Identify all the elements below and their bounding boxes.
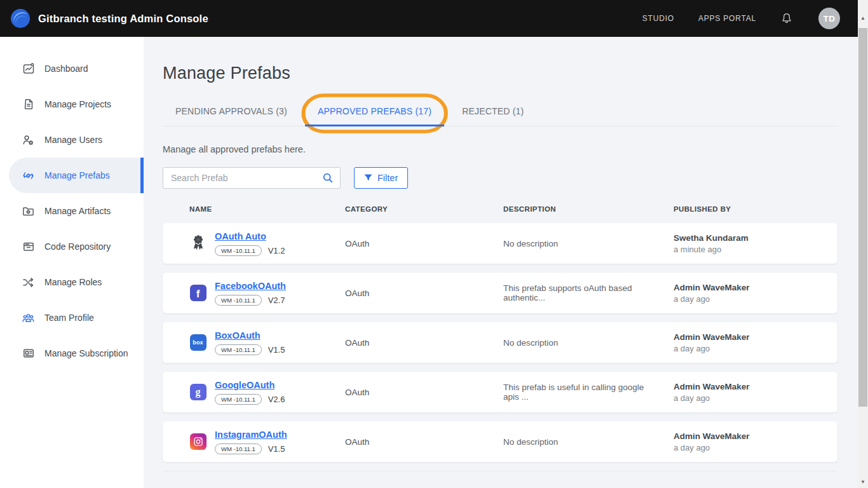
published-time: a minute ago: [674, 245, 837, 254]
prefab-name-link[interactable]: InstagramOAuth: [215, 430, 287, 440]
publisher-name: Admin WaveMaker: [674, 382, 837, 391]
sidebar-item-label: Manage Artifacts: [44, 206, 111, 216]
publisher-name: Swetha Kundaram: [674, 233, 837, 243]
tab-approved-prefabs[interactable]: APPROVED PREFABS (17): [305, 98, 444, 126]
sidebar-item-team-profile[interactable]: Team Profile: [0, 300, 144, 336]
search-icon[interactable]: [322, 172, 334, 184]
category-cell: OAuth: [345, 437, 503, 447]
search-prefab-box: [163, 167, 341, 189]
version-label: V1.5: [268, 345, 285, 355]
description-cell: No description: [503, 338, 674, 348]
sidebar-item-manage-users[interactable]: Manage Users: [0, 122, 144, 158]
award-medal-icon: [189, 233, 207, 254]
column-header-name: NAME: [189, 205, 345, 213]
tab-label: PENDING APPROVALS (3): [175, 106, 287, 116]
subscription-icon: [22, 347, 35, 360]
category-cell: OAuth: [345, 288, 503, 298]
prefab-name-link[interactable]: GoogleOAuth: [215, 380, 275, 390]
users-icon: [22, 133, 35, 147]
column-header-description: DESCRIPTION: [503, 205, 674, 213]
scrollbar-thumb[interactable]: [858, 28, 867, 407]
sidebar-item-label: Team Profile: [44, 313, 94, 323]
box-icon: box: [189, 332, 207, 353]
search-prefab-input[interactable]: [171, 173, 322, 183]
description-cell: This prefab is useful in calling google …: [503, 383, 674, 402]
description-cell: No description: [503, 239, 674, 248]
sidebar-item-dashboard[interactable]: Dashboard: [0, 51, 144, 86]
team-profile-icon: [22, 311, 35, 325]
published-time: a day ago: [674, 443, 837, 452]
apps-portal-link[interactable]: APPS PORTAL: [698, 14, 756, 23]
column-header-category: CATEGORY: [345, 205, 503, 213]
notifications-bell-icon[interactable]: [780, 11, 794, 26]
vertical-scrollbar[interactable]: ▲ ▼: [858, 0, 868, 488]
projects-icon: [22, 98, 35, 111]
sidebar-item-manage-subscription[interactable]: Manage Subscription: [0, 336, 144, 371]
app-title: Gitbranch testing Admin Console: [38, 13, 208, 25]
sidebar-item-label: Manage Subscription: [44, 348, 128, 358]
sidebar-item-manage-projects[interactable]: Manage Projects: [0, 86, 144, 122]
sidebar-item-manage-roles[interactable]: Manage Roles: [0, 264, 144, 300]
published-time: a day ago: [674, 344, 837, 353]
dashboard-icon: [22, 62, 35, 76]
version-badge: WM -10.11.1: [215, 295, 262, 306]
prefab-name-link[interactable]: BoxOAuth: [215, 330, 261, 341]
page-subtitle: Manage all approved prefabs here.: [163, 144, 837, 154]
description-cell: This prefab supports oAuth based authent…: [503, 283, 674, 302]
published-time: a day ago: [674, 294, 837, 304]
prefab-tabs: PENDING APPROVALS (3)APPROVED PREFABS (1…: [163, 98, 837, 126]
prefab-name-link[interactable]: OAuth Auto: [215, 231, 266, 241]
table-row: g GoogleOAuth WM -10.11.1 V2.6 OAuth Thi…: [163, 372, 837, 412]
tab-rejected[interactable]: REJECTED (1): [449, 98, 536, 126]
artifacts-icon: [22, 205, 35, 218]
google-icon: g: [189, 381, 207, 403]
version-badge: WM -10.11.1: [215, 444, 262, 454]
sidebar-navigation: Dashboard Manage Projects Manage Users M…: [0, 37, 144, 488]
scrollbar-up-arrow[interactable]: ▲: [858, 13, 868, 23]
version-label: V2.6: [268, 395, 285, 404]
category-cell: OAuth: [345, 338, 503, 348]
sidebar-item-label: Code Repository: [44, 241, 111, 252]
sidebar-item-label: Dashboard: [44, 64, 88, 74]
version-badge: WM -10.11.1: [215, 394, 262, 405]
publisher-name: Admin WaveMaker: [674, 332, 837, 342]
version-badge: WM -10.11.1: [215, 245, 262, 256]
filter-funnel-icon: [364, 174, 372, 182]
version-label: V2.7: [268, 295, 285, 305]
published-time: a day ago: [674, 393, 837, 403]
tab-pending-approvals[interactable]: PENDING APPROVALS (3): [163, 98, 300, 126]
publisher-name: Admin WaveMaker: [674, 283, 837, 292]
table-row: InstagramOAuth WM -10.11.1 V1.5 OAuth No…: [163, 421, 837, 462]
facebook-icon: f: [189, 282, 207, 304]
instagram-icon: [189, 431, 207, 452]
scrollbar-down-arrow[interactable]: ▼: [858, 477, 868, 487]
publisher-name: Admin WaveMaker: [674, 431, 837, 441]
prefabs-icon: [22, 169, 35, 182]
prefab-name-link[interactable]: FacebookOAuth: [215, 281, 286, 291]
main-content: Manage Prefabs PENDING APPROVALS (3)APPR…: [144, 37, 868, 488]
studio-link[interactable]: STUDIO: [642, 14, 674, 23]
table-row: f FacebookOAuth WM -10.11.1 V2.7 OAuth T…: [163, 273, 837, 313]
sidebar-item-label: Manage Users: [44, 135, 102, 145]
top-navigation-bar: Gitbranch testing Admin Console STUDIO A…: [0, 0, 868, 37]
sidebar-item-label: Manage Projects: [44, 99, 111, 109]
sidebar-item-manage-prefabs[interactable]: Manage Prefabs: [9, 158, 144, 193]
code-repository-icon: [22, 240, 35, 254]
page-title: Manage Prefabs: [163, 64, 837, 83]
filter-button[interactable]: Filter: [354, 167, 408, 189]
category-cell: OAuth: [345, 388, 503, 397]
tab-label: REJECTED (1): [462, 106, 524, 116]
sidebar-item-manage-artifacts[interactable]: Manage Artifacts: [0, 193, 144, 229]
category-cell: OAuth: [345, 239, 503, 248]
wavemaker-logo: [10, 8, 31, 29]
version-label: V1.5: [268, 444, 285, 454]
sidebar-item-code-repository[interactable]: Code Repository: [0, 229, 144, 264]
filter-button-label: Filter: [377, 173, 398, 183]
bottom-divider: [163, 471, 837, 471]
table-header-row: NAMECATEGORYDESCRIPTIONPUBLISHED BY: [163, 189, 837, 223]
tab-label: APPROVED PREFABS (17): [318, 106, 431, 116]
column-header-published-by: PUBLISHED BY: [674, 205, 837, 213]
table-row: OAuth Auto WM -10.11.1 V1.2 OAuth No des…: [163, 223, 837, 264]
user-avatar[interactable]: TD: [818, 8, 840, 29]
sidebar-item-label: Manage Prefabs: [44, 170, 110, 180]
